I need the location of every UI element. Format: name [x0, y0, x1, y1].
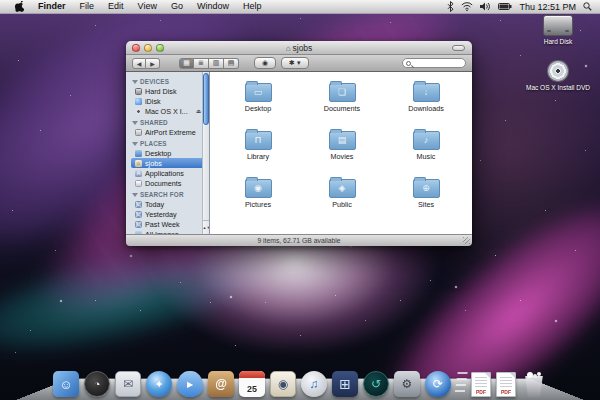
view-list-button[interactable]: ≣	[194, 58, 209, 69]
dock-trash-icon[interactable]	[521, 372, 547, 397]
sidebar-item-install-dvd[interactable]: Mac OS X I...⏏	[131, 106, 201, 116]
menu-item-finder[interactable]: Finder	[31, 0, 73, 13]
dock-time-machine-icon[interactable]: ↺	[363, 371, 389, 397]
folder-music[interactable]: ♪Music	[384, 128, 468, 176]
menu-item-help[interactable]: Help	[236, 0, 269, 13]
folder-icon: ❏	[329, 83, 356, 102]
sidebar-scrollbar[interactable]: ▲▼	[202, 72, 209, 234]
sidebar-item-sjobs[interactable]: ⌂sjobs	[131, 158, 209, 168]
disclosure-triangle-icon[interactable]	[132, 193, 138, 197]
status-text: 9 items, 62.71 GB available	[257, 237, 340, 244]
folder-desktop[interactable]: ▭Desktop	[216, 80, 300, 128]
chevron-down-icon: ▾	[297, 59, 301, 67]
sidebar-item-idisk[interactable]: iDisk	[131, 96, 201, 106]
apple-menu-icon[interactable]	[8, 1, 31, 12]
menu-item-file[interactable]: File	[73, 0, 102, 13]
disclosure-triangle-icon[interactable]	[132, 142, 138, 146]
dock-address-book-icon[interactable]: @	[208, 371, 234, 397]
sidebar-item-past-week[interactable]: ◷Past Week	[131, 219, 201, 229]
sidebar-item-desktop[interactable]: Desktop	[131, 148, 201, 158]
dock-document-icon[interactable]: PDF	[496, 372, 516, 397]
menu-item-go[interactable]: Go	[164, 0, 190, 13]
back-button[interactable]: ◀	[132, 58, 146, 69]
eye-icon: ◉	[262, 59, 268, 67]
dock-ichat-icon[interactable]: ▶	[177, 371, 203, 397]
dock-finder-icon[interactable]: ☺	[53, 371, 79, 397]
folder-sites[interactable]: ⊕Sites	[384, 176, 468, 224]
documents-icon	[135, 180, 142, 187]
status-bar: 9 items, 62.71 GB available	[126, 234, 472, 246]
folder-documents[interactable]: ❏Documents	[300, 80, 384, 128]
dock-dashboard-icon[interactable]: ◔	[84, 371, 110, 397]
dock-software-update-icon[interactable]: ⟳	[425, 371, 451, 397]
disclosure-triangle-icon[interactable]	[132, 80, 138, 84]
scrollbar-thumb[interactable]	[203, 73, 209, 125]
spotlight-icon[interactable]	[583, 2, 592, 11]
toolbar: ◀ ▶ ▦ ≣ ▥ ▤ ◉ ✱▾	[126, 55, 472, 72]
battery-icon[interactable]	[498, 3, 512, 10]
view-icon-button[interactable]: ▦	[179, 58, 194, 69]
folder-library[interactable]: ΠLibrary	[216, 128, 300, 176]
dock-system-preferences-icon[interactable]: ⚙	[394, 371, 420, 397]
menu-item-edit[interactable]: Edit	[101, 0, 131, 13]
gear-icon: ✱	[289, 59, 295, 67]
folder-movies[interactable]: ▤Movies	[300, 128, 384, 176]
sidebar-section-places[interactable]: PLACES	[132, 140, 201, 147]
sidebar-item-applications[interactable]: AApplications	[131, 168, 201, 178]
dock-ical-icon[interactable]: 25	[239, 371, 265, 397]
sidebar-item-hard-disk[interactable]: Hard Disk	[131, 86, 201, 96]
sidebar-item-airport-extreme[interactable]: AirPort Extreme	[131, 127, 201, 137]
folder-public[interactable]: ◈Public	[300, 176, 384, 224]
folder-icon: ♪	[413, 131, 440, 150]
clock-icon: ◷	[135, 201, 142, 208]
sidebar-item-today[interactable]: ◷Today	[131, 199, 201, 209]
search-icon	[406, 61, 411, 66]
hard-disk-icon	[543, 15, 573, 36]
eject-icon[interactable]: ⏏	[196, 108, 201, 114]
folder-pictures[interactable]: ◉Pictures	[216, 176, 300, 224]
dock-iphoto-icon[interactable]: ◉	[270, 371, 296, 397]
sidebar-item-documents[interactable]: Documents	[131, 178, 201, 188]
dock-safari-icon[interactable]: ✦	[146, 371, 172, 397]
menu-clock[interactable]: Thu 12:51 PM	[519, 2, 576, 12]
folder-view: ▭Desktop ❏Documents ↓Downloads ΠLibrary …	[210, 72, 472, 234]
hard-disk-label: Hard Disk	[518, 38, 598, 45]
dock-spaces-icon[interactable]: ⊞	[332, 371, 358, 397]
disclosure-triangle-icon[interactable]	[132, 121, 138, 125]
trash-paper	[527, 372, 533, 378]
folder-icon: ◈	[329, 179, 356, 198]
scrollbar-arrows[interactable]: ▲▼	[203, 220, 210, 234]
desktop[interactable]: Finder File Edit View Go Window Help Thu…	[0, 0, 600, 400]
action-button[interactable]: ✱▾	[281, 57, 308, 69]
wifi-icon[interactable]	[461, 2, 473, 11]
sidebar-section-devices[interactable]: DEVICES	[132, 78, 201, 85]
dock-document-icon[interactable]: PDF	[471, 372, 491, 397]
sidebar-item-yesterday[interactable]: ◷Yesterday	[131, 209, 201, 219]
bluetooth-icon[interactable]	[447, 1, 454, 12]
desktop-icon-install-dvd[interactable]: Mac OS X Install DVD	[518, 60, 598, 91]
desktop-icon-hard-disk[interactable]: Hard Disk	[518, 15, 598, 45]
view-coverflow-button[interactable]: ▤	[224, 58, 239, 69]
toolbar-toggle-pill-button[interactable]	[452, 45, 465, 51]
folder-icon: Π	[245, 131, 272, 150]
dock-mail-icon[interactable]: ✉	[115, 371, 141, 397]
volume-icon[interactable]	[480, 2, 491, 11]
sidebar-section-search-for[interactable]: SEARCH FOR	[132, 191, 201, 198]
window-title: ⌂sjobs	[126, 43, 472, 53]
finder-window: ⌂sjobs ◀ ▶ ▦ ≣ ▥ ▤ ◉ ✱▾ DEVICES Hard Dis…	[126, 41, 472, 246]
quicklook-button[interactable]: ◉	[254, 57, 276, 69]
home-icon: ⌂	[135, 160, 142, 167]
menu-item-window[interactable]: Window	[190, 0, 236, 13]
dock-itunes-icon[interactable]: ♫	[301, 371, 327, 397]
airport-icon	[135, 129, 142, 136]
home-icon: ⌂	[286, 44, 291, 53]
view-column-button[interactable]: ▥	[209, 58, 224, 69]
folder-downloads[interactable]: ↓Downloads	[384, 80, 468, 128]
search-input[interactable]	[402, 58, 466, 68]
sidebar-section-shared[interactable]: SHARED	[132, 119, 201, 126]
desktop-icon	[135, 150, 142, 157]
menu-item-view[interactable]: View	[131, 0, 164, 13]
folder-icon: ▭	[245, 83, 272, 102]
title-bar[interactable]: ⌂sjobs	[126, 41, 472, 55]
forward-button[interactable]: ▶	[146, 58, 160, 69]
